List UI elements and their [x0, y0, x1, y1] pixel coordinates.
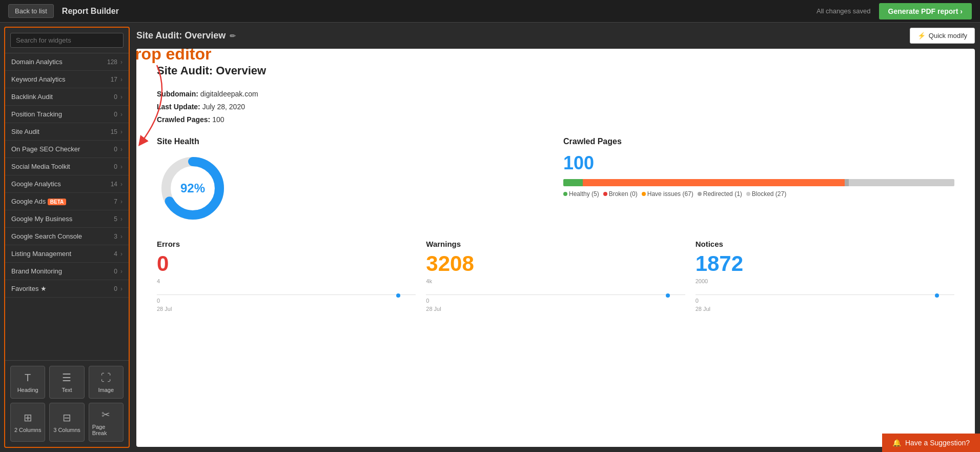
notices-section: Notices 1872 2000 0 28 Jul [696, 240, 954, 312]
sidebar-item-count-8: 7 [114, 198, 117, 205]
sidebar-item-label-1: Keyword Analytics [11, 75, 111, 83]
sidebar-item-7[interactable]: Google Analytics14› [5, 175, 129, 193]
sidebar-item-count-13: 0 [114, 285, 117, 292]
widget-tool-image[interactable]: ⛶ Image [89, 366, 124, 399]
site-health-section: Site Health 92% [157, 137, 548, 224]
warnings-section: Warnings 3208 4k 0 28 Jul [426, 240, 685, 312]
legend-dot-2 [642, 192, 646, 196]
quick-modify-button[interactable]: ⚡ Quick modify [910, 28, 975, 44]
sidebar-item-2[interactable]: Backlink Audit0› [5, 88, 129, 106]
sidebar-item-3[interactable]: Position Tracking0› [5, 106, 129, 123]
sidebar-item-11[interactable]: Listing Management4› [5, 245, 129, 263]
content-title: Site Audit: Overview ✏ [136, 30, 236, 41]
sidebar-item-label-13: Favorites ★ [11, 285, 114, 292]
crawled-pages-bar [563, 179, 954, 186]
widget-tool-label-0: Heading [17, 387, 38, 393]
sidebar-item-arrow-10: › [120, 233, 122, 240]
crawled-pages-section: Crawled Pages 100 Healthy (5)Broken (0)H… [563, 137, 954, 224]
back-to-list-button[interactable]: Back to list [8, 4, 54, 18]
widget-tool-label-5: Page Break [92, 424, 120, 436]
donut-chart: 92% [157, 152, 229, 224]
topbar-left: Back to list Report Builder [8, 4, 119, 18]
last-update-value: July 28, 2020 [202, 103, 245, 111]
legend-dot-0 [563, 192, 567, 196]
sidebar-item-label-8: Google Ads BETA [11, 198, 114, 205]
stats-row: Errors 0 4 0 28 Jul Warnings 3208 4k [157, 240, 954, 312]
sidebar-item-10[interactable]: Google Search Console3› [5, 228, 129, 245]
sidebar-item-arrow-9: › [120, 215, 122, 223]
warnings-label: Warnings [426, 240, 685, 248]
legend-dot-1 [603, 192, 607, 196]
text-icon: ☰ [62, 371, 71, 384]
widget-tool-text[interactable]: ☰ Text [49, 366, 84, 399]
sidebar-item-label-4: Site Audit [11, 128, 111, 135]
sidebar-item-count-6: 0 [114, 163, 117, 170]
sidebar-item-12[interactable]: Brand Monitoring0› [5, 263, 129, 280]
search-input[interactable] [10, 33, 124, 48]
subdomain-value: digitaldeepak.com [200, 90, 258, 98]
sidebar-item-6[interactable]: Social Media Toolkit0› [5, 158, 129, 175]
warnings-value: 3208 [426, 251, 685, 276]
content-title-text: Site Audit: Overview [136, 30, 226, 41]
sidebar-list: Domain Analytics128›Keyword Analytics17›… [5, 53, 129, 360]
sidebar-item-label-9: Google My Business [11, 215, 114, 223]
crawled-pages-label: Crawled Pages: [157, 115, 210, 124]
sidebar-item-count-1: 17 [111, 76, 117, 83]
crawled-pages-number: 100 [563, 152, 954, 174]
sidebar-item-1[interactable]: Keyword Analytics17› [5, 71, 129, 88]
widget-tool-2-columns[interactable]: ⊞ 2 Columns [10, 403, 45, 442]
quick-modify-icon: ⚡ [917, 32, 926, 40]
errors-section: Errors 0 4 0 28 Jul [157, 240, 416, 312]
subdomain-label: Subdomain: [157, 90, 198, 98]
two-columns-icon: ⊞ [24, 411, 32, 424]
generate-pdf-button[interactable]: Generate PDF report › [879, 3, 972, 19]
widget-tool-label-4: 3 Columns [53, 427, 80, 433]
errors-chart-dot [396, 293, 400, 298]
suggestion-button[interactable]: 🔔 Have a Suggestion? [882, 434, 980, 452]
content-header: Site Audit: Overview ✏ ⚡ Quick modify [136, 28, 975, 44]
legend-item-3: Redirected (1) [698, 190, 742, 198]
notices-label: Notices [696, 240, 954, 248]
topbar-title: Report Builder [62, 7, 119, 16]
sidebar-item-label-5: On Page SEO Checker [11, 145, 114, 153]
sidebar-item-count-10: 3 [114, 233, 117, 240]
errors-label: Errors [157, 240, 416, 248]
legend-item-1: Broken (0) [603, 190, 638, 198]
sidebar-item-arrow-8: › [120, 198, 122, 205]
sidebar-item-arrow-1: › [120, 76, 122, 83]
sidebar-item-label-7: Google Analytics [11, 180, 111, 188]
widget-tools: T Heading ☰ Text ⛶ Image ⊞ 2 Columns ⊟ 3… [5, 360, 129, 447]
notices-axis-bottom: 0 [696, 298, 954, 304]
sidebar-item-label-2: Backlink Audit [11, 93, 114, 101]
warnings-chart-dot [666, 293, 670, 298]
legend-label-0: Healthy (5) [569, 190, 599, 198]
drag-drop-label: Drag and drop editor [136, 49, 211, 63]
legend-label-1: Broken (0) [609, 190, 638, 198]
warnings-chart-date: 28 Jul [426, 306, 685, 312]
sidebar-item-label-6: Social Media Toolkit [11, 163, 114, 170]
sidebar-item-13[interactable]: Favorites ★0› [5, 280, 129, 298]
sidebar-item-arrow-6: › [120, 163, 122, 170]
sidebar: Domain Analytics128›Keyword Analytics17›… [4, 27, 130, 448]
sidebar-item-0[interactable]: Domain Analytics128› [5, 53, 129, 71]
edit-icon[interactable]: ✏ [230, 32, 236, 40]
sidebar-item-count-7: 14 [111, 181, 117, 188]
crawled-pages-value: 100 [212, 115, 224, 124]
report-meta: Subdomain: digitaldeepak.com Last Update… [157, 88, 954, 127]
errors-value: 0 [157, 251, 416, 276]
sidebar-item-label-10: Google Search Console [11, 232, 114, 240]
widget-tool-page-break[interactable]: ✂ Page Break [89, 403, 124, 442]
sidebar-item-9[interactable]: Google My Business5› [5, 210, 129, 228]
legend-label-2: Have issues (67) [647, 190, 693, 198]
widget-tool-3-columns[interactable]: ⊟ 3 Columns [49, 403, 84, 442]
sidebar-item-8[interactable]: Google Ads BETA7› [5, 193, 129, 210]
notices-chart-date: 28 Jul [696, 306, 954, 312]
sidebar-item-arrow-0: › [120, 58, 122, 66]
legend-item-2: Have issues (67) [642, 190, 693, 198]
sidebar-item-arrow-4: › [120, 128, 122, 135]
sidebar-item-4[interactable]: Site Audit15› [5, 123, 129, 141]
widget-tool-heading[interactable]: T Heading [10, 366, 45, 399]
sidebar-search [5, 28, 129, 53]
legend-label-4: Blocked (27) [752, 190, 786, 198]
sidebar-item-5[interactable]: On Page SEO Checker0› [5, 141, 129, 158]
